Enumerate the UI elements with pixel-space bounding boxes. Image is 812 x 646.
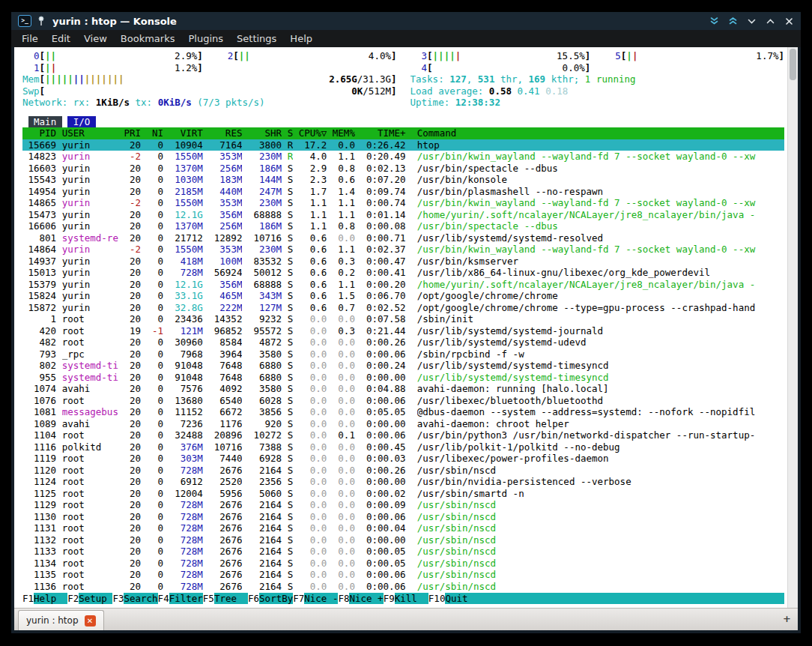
process-row[interactable]: 14823yurin-201550M353M230MR4.01.10:20.49… [22, 151, 784, 163]
column-header-command[interactable]: Command [417, 127, 784, 139]
close-button[interactable] [784, 16, 794, 26]
process-row[interactable]: 1125root2001200459565060S0.00.00:00.02/u… [22, 488, 784, 500]
column-header-cpu[interactable]: CPU%▽ [293, 127, 327, 139]
process-row[interactable]: 955systemd-ti2009104876486880S0.00.00:00… [22, 372, 784, 384]
meter-bar-segment: | [626, 50, 632, 61]
process-row[interactable]: 1root20023436143529232S0.00.00:07.58/sbi… [22, 313, 784, 325]
process-row[interactable]: 15473yurin20012.1G356M68888S1.11.10:01.1… [22, 209, 784, 221]
cell-command: /usr/bin/ksmserver [417, 256, 784, 268]
column-header-pid[interactable]: PID [22, 127, 56, 139]
process-row[interactable]: 1089avahi20072361176920S0.00.00:00.00ava… [22, 418, 784, 430]
memory-meter: Mem[||||||||||||||2.65G/31.3G] [22, 73, 397, 85]
process-row[interactable]: 14937yurin200418M100M83532S0.60.30:00.47… [22, 256, 784, 268]
process-row[interactable]: 1119root200303M74406928S0.00.00:00.03/us… [22, 453, 784, 465]
minimize-button[interactable] [747, 16, 757, 26]
screen-tab-main[interactable]: Main [28, 116, 62, 127]
keep-above-button[interactable] [728, 16, 738, 26]
menu-item-edit[interactable]: Edit [45, 31, 77, 46]
fkey-label: Kill [395, 593, 428, 605]
menu-item-bookmarks[interactable]: Bookmarks [114, 31, 182, 46]
process-row[interactable]: 15824yurin20033.1G465M343MS0.61.50:06.70… [22, 290, 784, 302]
cpu-meter-4: 4[0.0%] [410, 62, 591, 74]
fkey-f2[interactable]: F2Setup [67, 593, 112, 605]
fkey-f4[interactable]: F4Filter [158, 593, 203, 605]
title-bar[interactable]: >_ yurin : htop — Konsole [11, 12, 801, 30]
fkey-f8[interactable]: F8Nice + [338, 593, 383, 605]
process-row[interactable]: 801systemd-re200217121289210716S0.60.00:… [22, 232, 784, 244]
column-header-pri[interactable]: PRI [118, 127, 141, 139]
column-header-virt[interactable]: VIRT [163, 127, 203, 139]
process-row[interactable]: 16603yurin2001370M256M186MS2.90.80:02.13… [22, 163, 784, 175]
process-row[interactable]: 482root2003096085844872S0.00.00:00.26/us… [22, 336, 784, 348]
scrollbar-thumb[interactable] [790, 49, 796, 80]
cell-cpu: 0.6 [293, 256, 327, 268]
process-row[interactable]: 1134root200728M26762164S0.00.00:00.05/us… [22, 558, 784, 570]
process-row[interactable]: 16606yurin2001370M256M186MS1.10.80:00.08… [22, 220, 784, 232]
cell-res: 56924 [203, 267, 243, 279]
process-row[interactable]: 15379yurin20012.1G356M68888S0.61.10:00.2… [22, 279, 784, 291]
menu-item-help[interactable]: Help [283, 31, 319, 46]
process-row[interactable]: 14864yurin-201550M353M230MS0.61.10:02.37… [22, 244, 784, 256]
process-row[interactable]: 1124root200691225202356S0.00.00:00.00/us… [22, 476, 784, 488]
tab-bar-corner-icon[interactable]: + [783, 613, 791, 624]
terminal-area[interactable]: 0[||2.9%]1[||1.2%]2[||4.0%]3[|||||15.5%]… [14, 47, 798, 608]
process-row[interactable]: 793_rpc200796839643580S0.00.00:00.06/sbi… [22, 348, 784, 360]
process-row[interactable]: 1076root2001368065406028S0.00.00:00.06/u… [22, 395, 784, 407]
fkey-f5[interactable]: F5Tree [203, 593, 248, 605]
fkey-f1[interactable]: F1Help [22, 593, 67, 605]
cell-pri: 20 [118, 511, 141, 523]
cell-command: /usr/lib/systemd/systemd-resolved [417, 232, 784, 244]
process-row[interactable]: 1129root200728M26762164S0.00.00:00.09/us… [22, 499, 784, 511]
fkey-f10[interactable]: F10Quit [428, 593, 479, 605]
column-header-state[interactable]: S [282, 127, 293, 139]
fkey-f6[interactable]: F6SortBy [248, 593, 293, 605]
process-row[interactable]: 1116polkitd200376M107167388S0.00.00:00.4… [22, 441, 784, 453]
cell-mem: 0.0 [327, 348, 355, 360]
column-header-ni[interactable]: NI [141, 127, 163, 139]
cell-command: /usr/lib/x86_64-linux-gnu/libexec/org_kd… [417, 267, 784, 279]
column-header-mem[interactable]: MEM% [327, 127, 355, 139]
process-row[interactable]: 14954yurin2002185M440M247MS1.71.40:09.74… [22, 186, 784, 198]
maximize-button[interactable] [766, 16, 775, 26]
tab-close-button[interactable]: ✕ [85, 615, 96, 627]
cell-pid: 15013 [22, 267, 56, 279]
process-row[interactable]: 1131root200728M26762164S0.00.00:00.04/us… [22, 522, 784, 534]
column-header-time[interactable]: TIME+ [355, 127, 406, 139]
menu-item-file[interactable]: File [15, 31, 45, 46]
cell-ni: 0 [141, 290, 163, 302]
process-row[interactable]: 1136root200728M26762164S0.00.00:00.06/us… [22, 581, 784, 593]
cell-ni: 0 [141, 279, 163, 291]
process-row[interactable]: 1133root200728M26762164S0.00.00:00.05/us… [22, 546, 784, 558]
process-row[interactable]: 1132root200728M26762164S0.00.00:00.00/us… [22, 534, 784, 546]
process-row[interactable]: 1074avahi200757640923580S0.00.00:04.88av… [22, 383, 784, 395]
fkey-f3[interactable]: F3Search [112, 593, 157, 605]
process-row[interactable]: 15543yurin2001030M183M144MS2.30.60:07.20… [22, 174, 784, 186]
menu-item-plugins[interactable]: Plugins [181, 31, 230, 46]
terminal-tab[interactable]: yurin : htop ✕ [18, 610, 104, 630]
process-row[interactable]: 420root19-1121M9685295572S0.00.30:21.44/… [22, 325, 784, 337]
cell-ni: 0 [141, 372, 163, 384]
process-row[interactable]: 1120root200728M26762164S0.00.00:00.26/us… [22, 465, 784, 477]
cell-pri: 20 [118, 418, 141, 430]
cell-res: 5956 [203, 488, 243, 500]
process-row[interactable]: 802systemd-ti2009104876486880S0.00.00:00… [22, 360, 784, 372]
menu-item-view[interactable]: View [77, 31, 114, 46]
screen-tab-io[interactable]: I/O [67, 116, 96, 127]
menu-item-settings[interactable]: Settings [230, 31, 283, 46]
process-row[interactable]: 1130root200728M26762164S0.00.00:00.06/us… [22, 511, 784, 523]
process-row[interactable]: 1135root200728M26762164S0.00.00:00.06/us… [22, 569, 784, 581]
process-row[interactable]: 1081messagebus2001115266723856S0.00.00:0… [22, 406, 784, 418]
process-row[interactable]: 15669yurin2001090471643800R17.20.00:26.4… [22, 139, 784, 151]
cell-command: /sbin/init [417, 313, 784, 325]
fkey-f9[interactable]: F9Kill [384, 593, 428, 605]
column-header-user[interactable]: USER [62, 127, 118, 139]
column-header-shr[interactable]: SHR [242, 127, 282, 139]
process-row[interactable]: 14865yurin-201550M353M230MS1.11.10:00.74… [22, 197, 784, 209]
process-row[interactable]: 15013yurin200728M5692450012S0.60.20:00.4… [22, 267, 784, 279]
column-header-res[interactable]: RES [203, 127, 243, 139]
process-row[interactable]: 1104root200324882089610272S0.00.10:00.06… [22, 429, 784, 441]
keep-below-button[interactable] [709, 16, 719, 26]
scrollbar[interactable] [787, 47, 798, 608]
process-row[interactable]: 15872yurin20032.8G222M127MS0.60.70:02.52… [22, 302, 784, 314]
fkey-f7[interactable]: F7Nice - [293, 593, 338, 605]
